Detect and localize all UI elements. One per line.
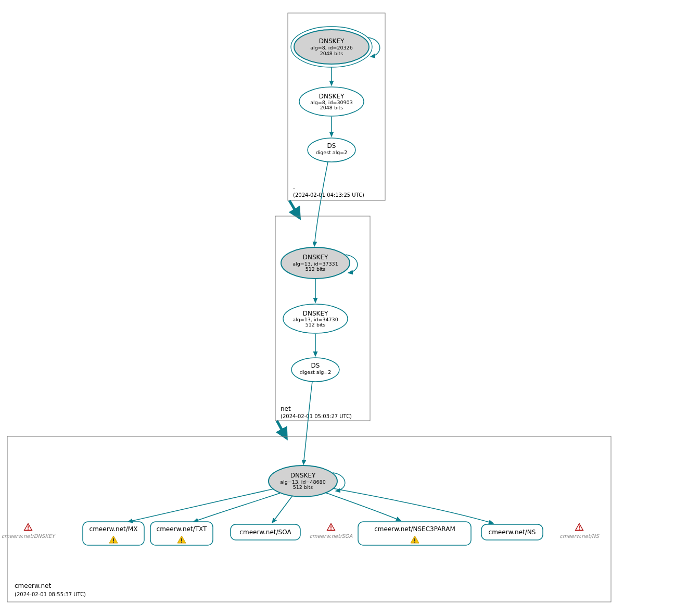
svg-text:512 bits: 512 bits bbox=[306, 322, 326, 328]
svg-text:cmeerw.net/SOA: cmeerw.net/SOA bbox=[239, 529, 291, 536]
svg-text:cmeerw.net/DNSKEY: cmeerw.net/DNSKEY bbox=[2, 533, 56, 539]
zone-leaf-box bbox=[7, 436, 611, 602]
rr-soa[interactable]: cmeerw.net/SOA bbox=[231, 524, 300, 540]
rr-mx[interactable]: cmeerw.net/MX bbox=[83, 522, 144, 545]
svg-text:cmeerw.net/TXT: cmeerw.net/TXT bbox=[157, 525, 208, 533]
svg-text:2048 bits: 2048 bits bbox=[320, 105, 343, 110]
svg-text:cmeerw.net/NS: cmeerw.net/NS bbox=[559, 533, 600, 539]
error-ns[interactable]: cmeerw.net/NS bbox=[559, 523, 600, 539]
error-dnskey[interactable]: cmeerw.net/DNSKEY bbox=[2, 523, 56, 539]
svg-text:2048 bits: 2048 bits bbox=[320, 51, 343, 56]
zone-root-date: (2024-02-01 04:13:25 UTC) bbox=[293, 192, 364, 198]
node-root-zsk[interactable]: DNSKEY alg=8, id=30903 2048 bits bbox=[299, 87, 364, 116]
rr-nsec3param[interactable]: cmeerw.net/NSEC3PARAM bbox=[358, 522, 471, 545]
node-root-ds[interactable]: DS digest alg=2 bbox=[308, 138, 355, 162]
edge-ksk-soa bbox=[272, 496, 292, 523]
zone-net-name: net bbox=[281, 405, 291, 412]
svg-text:512 bits: 512 bits bbox=[306, 266, 326, 272]
edge-ksk-n3p bbox=[325, 493, 401, 521]
edge-ksk-mx bbox=[128, 489, 273, 522]
svg-text:DNSKEY: DNSKEY bbox=[303, 310, 328, 317]
node-net-ds[interactable]: DS digest alg=2 bbox=[291, 358, 339, 382]
edge-ksk-ns bbox=[333, 488, 493, 523]
svg-text:DNSKEY: DNSKEY bbox=[290, 472, 316, 479]
edge-deleg-net-leaf bbox=[277, 421, 285, 436]
svg-text:alg=8, id=20326: alg=8, id=20326 bbox=[310, 45, 352, 51]
node-root-ksk[interactable]: DNSKEY alg=8, id=20326 2048 bits bbox=[291, 27, 372, 67]
node-net-ksk[interactable]: DNSKEY alg=13, id=37331 512 bits bbox=[281, 247, 350, 279]
zone-root-name: . bbox=[293, 183, 295, 191]
svg-text:cmeerw.net/MX: cmeerw.net/MX bbox=[90, 525, 138, 533]
zone-leaf-date: (2024-02-01 08:55:37 UTC) bbox=[15, 592, 86, 597]
svg-text:cmeerw.net/SOA: cmeerw.net/SOA bbox=[310, 533, 353, 539]
svg-text:DS: DS bbox=[327, 142, 336, 149]
rr-ns[interactable]: cmeerw.net/NS bbox=[481, 524, 543, 540]
svg-text:digest alg=2: digest alg=2 bbox=[316, 149, 348, 155]
edge-root-ds-net-ksk bbox=[314, 162, 328, 246]
svg-text:DNSKEY: DNSKEY bbox=[319, 37, 345, 45]
edge-net-ds-leaf-ksk bbox=[303, 382, 312, 464]
rr-txt[interactable]: cmeerw.net/TXT bbox=[150, 522, 213, 545]
svg-text:cmeerw.net/NS: cmeerw.net/NS bbox=[489, 529, 536, 536]
dnssec-graph: . (2024-02-01 04:13:25 UTC) DNSKEY alg=8… bbox=[0, 0, 700, 616]
svg-text:DNSKEY: DNSKEY bbox=[319, 93, 345, 100]
svg-text:digest alg=2: digest alg=2 bbox=[300, 369, 332, 375]
svg-text:DS: DS bbox=[311, 362, 320, 369]
node-net-zsk[interactable]: DNSKEY alg=13, id=34730 512 bits bbox=[283, 304, 348, 333]
zone-net-date: (2024-02-01 05:03:27 UTC) bbox=[281, 413, 352, 419]
svg-text:DNSKEY: DNSKEY bbox=[303, 254, 328, 261]
edge-deleg-root-net bbox=[289, 200, 298, 216]
svg-text:512 bits: 512 bits bbox=[293, 484, 313, 490]
svg-text:cmeerw.net/NSEC3PARAM: cmeerw.net/NSEC3PARAM bbox=[374, 525, 455, 533]
node-leaf-ksk[interactable]: DNSKEY alg=13, id=48680 512 bits bbox=[269, 466, 337, 497]
error-soa[interactable]: cmeerw.net/SOA bbox=[310, 523, 353, 539]
zone-leaf-name: cmeerw.net bbox=[15, 582, 52, 589]
